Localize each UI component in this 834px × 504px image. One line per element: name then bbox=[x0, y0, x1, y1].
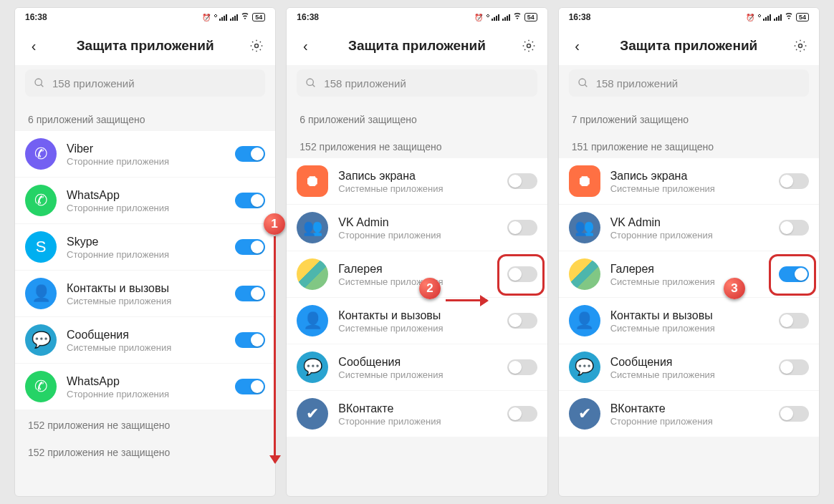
svg-rect-26 bbox=[774, 19, 775, 21]
app-category-label: Сторонние приложения bbox=[67, 156, 225, 167]
svg-rect-15 bbox=[502, 19, 504, 21]
app-name-label: Запись экрана bbox=[610, 169, 769, 183]
title-bar: ‹ Защита приложений bbox=[15, 26, 275, 65]
app-row[interactable]: 💬 Сообщения Системные приложения bbox=[15, 317, 275, 364]
search-icon bbox=[34, 77, 45, 89]
battery-label: 54 bbox=[524, 13, 537, 21]
app-row[interactable]: ✆ WhatsApp Сторонние приложения bbox=[15, 178, 275, 224]
app-category-label: Сторонние приложения bbox=[67, 389, 225, 399]
app-row[interactable]: ✆ WhatsApp Сторонние приложения bbox=[15, 364, 275, 410]
signal-icon bbox=[214, 13, 249, 21]
app-toggle[interactable] bbox=[235, 379, 265, 394]
svg-point-30 bbox=[798, 44, 802, 48]
settings-button[interactable] bbox=[520, 37, 537, 54]
app-row[interactable]: 💬 Сообщения Системные приложения bbox=[559, 344, 819, 391]
app-name-label: Галерея bbox=[338, 262, 497, 276]
search-input[interactable]: 158 приложений bbox=[25, 69, 265, 97]
app-row[interactable]: ⏺ Запись экрана Системные приложения bbox=[287, 158, 547, 205]
app-row[interactable]: ⏺ Запись экрана Системные приложения bbox=[559, 158, 819, 205]
protected-section-label: 7 приложений защищено bbox=[559, 104, 819, 131]
svg-point-8 bbox=[255, 44, 259, 48]
svg-rect-3 bbox=[226, 14, 227, 21]
svg-point-31 bbox=[579, 79, 585, 85]
svg-point-9 bbox=[35, 79, 42, 85]
app-list-unprotected: ⏺ Запись экрана Системные приложения 👥 V… bbox=[559, 158, 819, 437]
app-name-label: VK Admin bbox=[610, 215, 769, 230]
app-toggle[interactable] bbox=[779, 313, 809, 329]
svg-rect-2 bbox=[224, 16, 225, 21]
page-title: Защита приложений bbox=[320, 38, 514, 54]
settings-button[interactable] bbox=[248, 37, 265, 54]
app-toggle[interactable] bbox=[507, 173, 537, 189]
app-row[interactable]: 👤 Контакты и вызовы Системные приложения bbox=[559, 298, 819, 344]
svg-rect-16 bbox=[504, 17, 506, 21]
svg-rect-22 bbox=[763, 19, 764, 21]
app-list-protected: ✆ Viber Сторонние приложения ✆ WhatsApp … bbox=[15, 131, 275, 410]
search-input[interactable]: 158 приложений bbox=[297, 69, 537, 97]
app-category-label: Системные приложения bbox=[610, 323, 769, 334]
search-input[interactable]: 158 приложений bbox=[569, 69, 809, 97]
app-icon: S bbox=[25, 231, 57, 263]
app-row[interactable]: S Skype Сторонние приложения bbox=[15, 224, 275, 271]
app-toggle[interactable] bbox=[779, 173, 809, 189]
app-toggle[interactable] bbox=[235, 146, 265, 162]
app-category-label: Системные приложения bbox=[338, 323, 497, 334]
back-button[interactable]: ‹ bbox=[297, 37, 314, 54]
svg-rect-18 bbox=[509, 14, 510, 21]
app-row[interactable]: 👥 VK Admin Сторонние приложения bbox=[559, 205, 819, 251]
phone-screen-2: 16:38 ⏰̸ 54 ‹ Защита приложений 158 прил… bbox=[286, 7, 547, 497]
app-row[interactable]: 👤 Контакты и вызовы Системные приложения bbox=[287, 298, 547, 344]
app-row[interactable]: ✔ ВКонтакте Сторонние приложения bbox=[287, 391, 547, 437]
settings-button[interactable] bbox=[792, 37, 809, 54]
svg-rect-28 bbox=[778, 16, 780, 21]
app-toggle[interactable] bbox=[779, 359, 809, 375]
svg-rect-25 bbox=[770, 14, 771, 21]
app-row[interactable]: ✔ ВКонтакте Сторонние приложения bbox=[559, 391, 819, 437]
app-category-label: Сторонние приложения bbox=[67, 203, 225, 213]
app-toggle[interactable] bbox=[507, 220, 537, 236]
svg-rect-23 bbox=[765, 17, 767, 21]
status-time: 16:38 bbox=[25, 12, 47, 22]
app-toggle[interactable] bbox=[779, 220, 809, 236]
app-category-label: Системные приложения bbox=[338, 276, 497, 287]
search-icon bbox=[577, 77, 589, 89]
app-icon: ✆ bbox=[25, 371, 57, 402]
title-bar: ‹ Защита приложений bbox=[287, 26, 547, 65]
battery-label: 54 bbox=[796, 13, 809, 21]
app-row[interactable]: 👥 VK Admin Сторонние приложения bbox=[287, 205, 547, 251]
app-name-label: Галерея bbox=[610, 262, 769, 276]
app-toggle[interactable] bbox=[507, 266, 537, 282]
app-toggle[interactable] bbox=[235, 286, 265, 301]
search-placeholder: 158 приложений bbox=[52, 77, 135, 89]
app-toggle[interactable] bbox=[235, 193, 265, 208]
app-toggle[interactable] bbox=[235, 332, 265, 348]
app-row[interactable]: Галерея Системные приложения bbox=[559, 251, 819, 298]
app-icon: ✔ bbox=[569, 398, 600, 430]
app-row[interactable]: 👤 Контакты и вызовы Системные приложения bbox=[15, 271, 275, 317]
phone-screen-3: 16:38 ⏰̸ 54 ‹ Защита приложений 158 прил… bbox=[558, 7, 820, 497]
app-toggle[interactable] bbox=[779, 266, 809, 282]
app-toggle[interactable] bbox=[507, 359, 537, 375]
app-toggle[interactable] bbox=[779, 406, 809, 422]
svg-rect-14 bbox=[498, 14, 499, 21]
svg-rect-4 bbox=[230, 19, 231, 21]
app-category-label: Сторонние приложения bbox=[610, 230, 769, 241]
app-name-label: Контакты и вызовы bbox=[610, 309, 769, 323]
app-list-unprotected: ⏺ Запись экрана Системные приложения 👥 V… bbox=[287, 158, 547, 437]
app-row[interactable]: Галерея Системные приложения bbox=[287, 251, 547, 298]
app-name-label: WhatsApp bbox=[67, 188, 225, 203]
app-category-label: Системные приложения bbox=[67, 342, 225, 353]
app-row[interactable]: 💬 Сообщения Системные приложения bbox=[287, 344, 547, 391]
app-row[interactable]: ✆ Viber Сторонние приложения bbox=[15, 131, 275, 178]
back-button[interactable]: ‹ bbox=[25, 37, 42, 54]
back-button[interactable]: ‹ bbox=[569, 37, 586, 54]
app-toggle[interactable] bbox=[507, 313, 537, 329]
app-name-label: Viber bbox=[67, 142, 225, 156]
svg-rect-24 bbox=[767, 16, 769, 21]
app-toggle[interactable] bbox=[507, 406, 537, 422]
app-category-label: Системные приложения bbox=[338, 369, 497, 380]
unprotected-section-label: 152 приложения не защищено bbox=[15, 437, 275, 464]
app-toggle[interactable] bbox=[235, 239, 265, 255]
app-name-label: ВКонтакте bbox=[338, 402, 497, 416]
app-category-label: Системные приложения bbox=[67, 296, 225, 306]
